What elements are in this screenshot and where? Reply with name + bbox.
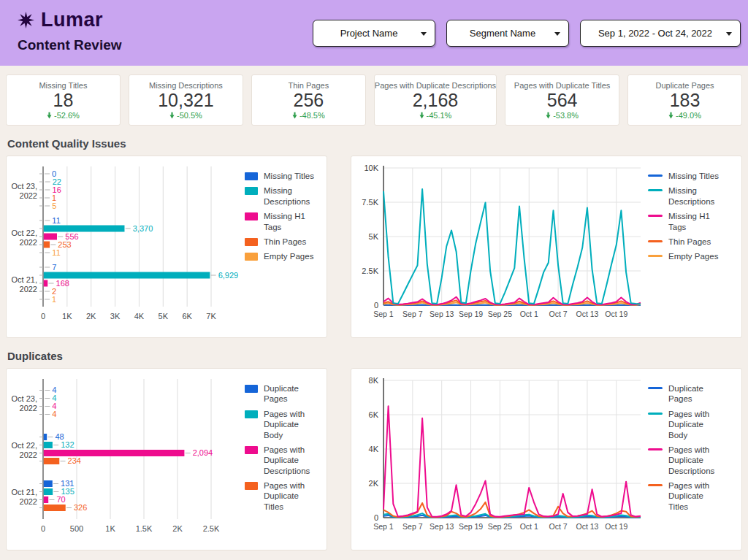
legend-label: Missing Descriptions [264, 185, 316, 207]
kpi-delta: -48.5% [252, 111, 365, 120]
decrease-arrow-icon [169, 112, 175, 119]
content-quality-line-chart-card: Sep 1Sep 7Sep 13Sep 19Sep 25Oct 1Oct 7Oc… [351, 156, 742, 338]
svg-text:500: 500 [70, 524, 83, 533]
svg-text:132: 132 [61, 440, 74, 449]
filter-label: Sep 1, 2022 - Oct 24, 2022 [598, 28, 712, 39]
legend-item: Missing H1 Tags [245, 211, 316, 232]
legend-swatch [648, 189, 663, 191]
app-header: Lumar Content Review Project Name Segmen… [0, 0, 748, 66]
svg-text:11: 11 [52, 248, 60, 257]
section-title-duplicates: Duplicates [7, 350, 741, 362]
charts-row-content-quality: 01K2K3K4K5K6K7KOct 23,20220221615Oct 22,… [6, 156, 742, 338]
kpi-label: Missing Descriptions [129, 81, 243, 90]
content-quality-line-legend: Missing TitlesMissing DescriptionsMissin… [648, 161, 720, 336]
legend-item: Missing H1 Tags [648, 211, 720, 232]
legend-swatch [648, 174, 663, 177]
svg-text:2022: 2022 [20, 404, 37, 413]
kpi-delta-text: -52.6% [54, 111, 80, 120]
svg-text:Sep 7: Sep 7 [402, 310, 423, 318]
legend-swatch [648, 484, 663, 486]
svg-text:Sep 1: Sep 1 [373, 310, 394, 318]
kpi-card: Pages with Duplicate Titles 564 -53.8% [505, 74, 619, 126]
svg-text:7: 7 [52, 263, 56, 272]
kpi-label: Pages with Duplicate Descriptions [375, 81, 496, 90]
legend-item: Missing Titles [245, 171, 316, 181]
legend-item: Pages with Duplicate Descriptions [648, 445, 720, 476]
svg-text:6K: 6K [369, 410, 379, 419]
svg-text:Oct 21,: Oct 21, [12, 275, 37, 284]
legend-swatch [648, 413, 663, 415]
svg-text:Oct 1: Oct 1 [520, 522, 538, 531]
content-quality-bar-plot: 01K2K3K4K5K6K7KOct 23,20220221615Oct 22,… [9, 161, 245, 336]
kpi-value: 256 [252, 90, 365, 111]
segment-name-filter[interactable]: Segment Name [446, 20, 569, 47]
svg-text:70: 70 [56, 495, 65, 504]
decrease-arrow-icon [546, 112, 551, 119]
legend-item: Empty Pages [245, 251, 316, 261]
legend-swatch [245, 385, 258, 393]
svg-text:Sep 7: Sep 7 [402, 522, 423, 531]
svg-text:2K: 2K [86, 312, 96, 321]
kpi-delta-text: -45.1% [427, 111, 452, 120]
legend-swatch [648, 215, 663, 217]
svg-text:5K: 5K [369, 232, 379, 241]
legend-item: Missing Descriptions [648, 185, 720, 207]
legend-item: Empty Pages [648, 251, 720, 261]
kpi-value: 18 [7, 90, 120, 111]
kpi-delta-text: -49.0% [676, 111, 701, 120]
kpi-label: Duplicate Pages [628, 81, 741, 90]
svg-text:4: 4 [52, 410, 56, 418]
project-name-filter[interactable]: Project Name [313, 20, 435, 47]
svg-text:1K: 1K [105, 524, 115, 533]
legend-swatch [245, 172, 258, 180]
svg-text:1K: 1K [62, 312, 72, 321]
legend-swatch [245, 410, 258, 418]
svg-text:11: 11 [52, 216, 60, 225]
legend-item: Duplicate Pages [245, 383, 316, 404]
legend-item: Pages with Duplicate Body [648, 409, 720, 440]
svg-text:Sep 13: Sep 13 [430, 310, 454, 318]
duplicates-bar-legend: Duplicate PagesPages with Duplicate Body… [245, 373, 316, 548]
filter-bar: Project Name Segment Name Sep 1, 2022 - … [313, 20, 741, 47]
legend-label: Pages with Duplicate Titles [264, 480, 316, 512]
decrease-arrow-icon [292, 112, 297, 119]
duplicates-line-legend: Duplicate PagesPages with Duplicate Body… [648, 373, 720, 548]
svg-text:5: 5 [52, 202, 56, 210]
date-range-filter[interactable]: Sep 1, 2022 - Oct 24, 2022 [580, 20, 741, 47]
legend-item: Missing Titles [648, 171, 720, 181]
svg-text:0: 0 [41, 312, 45, 321]
svg-text:2022: 2022 [20, 450, 37, 459]
svg-text:326: 326 [74, 503, 87, 512]
svg-text:4K: 4K [369, 445, 379, 453]
kpi-delta: -50.5% [129, 111, 243, 120]
legend-item: Pages with Duplicate Titles [648, 480, 720, 512]
svg-text:2K: 2K [369, 479, 379, 488]
svg-text:Oct 13: Oct 13 [576, 310, 598, 318]
duplicates-line-chart-card: Sep 1Sep 7Sep 13Sep 19Sep 25Oct 1Oct 7Oc… [351, 368, 742, 551]
legend-label: Pages with Duplicate Descriptions [668, 445, 720, 476]
legend-swatch [648, 240, 663, 242]
legend-swatch [648, 255, 663, 257]
svg-text:Oct 13: Oct 13 [576, 522, 598, 531]
kpi-label: Pages with Duplicate Titles [505, 81, 619, 90]
legend-label: Duplicate Pages [668, 383, 720, 404]
kpi-card: Thin Pages 256 -48.5% [251, 74, 366, 126]
kpi-delta: -52.6% [7, 111, 120, 120]
svg-text:2022: 2022 [20, 238, 37, 247]
legend-item: Thin Pages [245, 237, 316, 247]
legend-label: Thin Pages [264, 237, 306, 247]
duplicates-bar-plot: 05001K1.5K2K2.5KOct 23,20224444Oct 22,20… [9, 373, 245, 548]
legend-label: Duplicate Pages [264, 383, 316, 404]
kpi-card: Missing Descriptions 10,321 -50.5% [129, 74, 243, 126]
duplicates-bar-chart-card: 05001K1.5K2K2.5KOct 23,20224444Oct 22,20… [6, 368, 327, 551]
decrease-arrow-icon [419, 112, 424, 119]
legend-swatch [245, 446, 258, 454]
legend-item: Duplicate Pages [648, 383, 720, 404]
chevron-down-icon [421, 32, 427, 36]
content-quality-bar-legend: Missing TitlesMissing DescriptionsMissin… [245, 161, 316, 336]
svg-text:Oct 1: Oct 1 [520, 310, 538, 318]
kpi-delta-text: -53.8% [553, 111, 579, 120]
svg-text:Sep 25: Sep 25 [488, 310, 512, 318]
svg-text:2022: 2022 [20, 497, 37, 506]
svg-text:2,094: 2,094 [193, 448, 213, 457]
